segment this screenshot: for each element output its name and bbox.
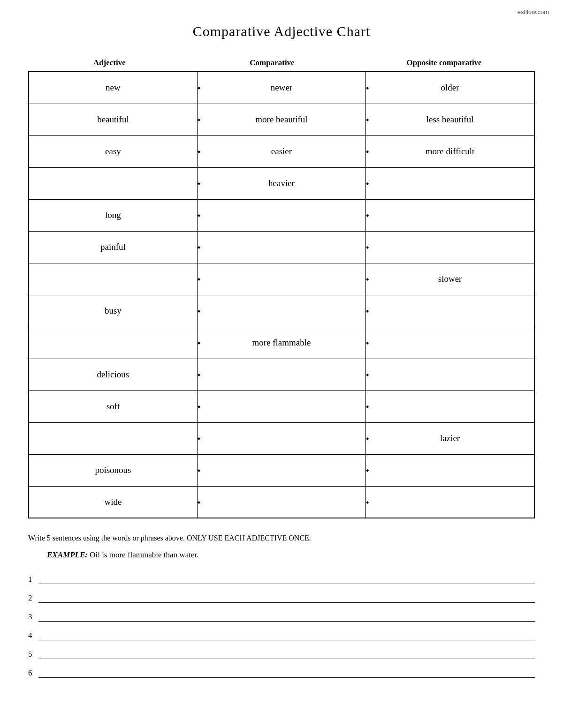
cell-opposite-0: older bbox=[366, 72, 534, 104]
example-text: Oil is more flammable than water. bbox=[90, 550, 198, 559]
instructions-text: Write 5 sentences using the words or phr… bbox=[28, 533, 535, 544]
cell-comparative-4 bbox=[197, 199, 365, 231]
col-header-adjective: Adjective bbox=[44, 58, 175, 68]
line-number: 2 bbox=[28, 593, 38, 603]
writing-line-row: 1 bbox=[28, 574, 535, 584]
table-row: slower bbox=[29, 263, 534, 295]
cell-comparative-2: easier bbox=[197, 135, 365, 167]
table-row: newnewerolder bbox=[29, 72, 534, 104]
line-number: 1 bbox=[28, 575, 38, 584]
table-row: soft bbox=[29, 390, 534, 422]
cell-opposite-7 bbox=[366, 295, 534, 327]
cell-opposite-2: more difficult bbox=[366, 135, 534, 167]
cell-comparative-11 bbox=[197, 422, 365, 454]
cell-comparative-1: more beautiful bbox=[197, 104, 365, 135]
writing-lines-section: 123456 bbox=[28, 574, 535, 678]
cell-adjective-11 bbox=[29, 422, 197, 454]
cell-adjective-6 bbox=[29, 263, 197, 295]
example-line: EXAMPLE: Oil is more flammable than wate… bbox=[28, 550, 535, 560]
line-number: 3 bbox=[28, 612, 38, 622]
table-row: more flammable bbox=[29, 327, 534, 359]
table-row: easyeasiermore difficult bbox=[29, 135, 534, 167]
cell-opposite-4 bbox=[366, 199, 534, 231]
cell-adjective-13: wide bbox=[29, 486, 197, 518]
writing-underline[interactable] bbox=[38, 593, 535, 603]
cell-adjective-9: delicious bbox=[29, 359, 197, 390]
watermark-label: eslflow.com bbox=[517, 8, 549, 15]
cell-adjective-5: painful bbox=[29, 231, 197, 263]
col-header-comparative: Comparative bbox=[197, 58, 347, 68]
table-row: long bbox=[29, 199, 534, 231]
cell-opposite-8 bbox=[366, 327, 534, 359]
cell-comparative-12 bbox=[197, 454, 365, 486]
cell-opposite-9 bbox=[366, 359, 534, 390]
column-headers: Adjective Comparative Opposite comparati… bbox=[28, 58, 535, 68]
cell-adjective-10: soft bbox=[29, 390, 197, 422]
cell-comparative-8: more flammable bbox=[197, 327, 365, 359]
table-row: painful bbox=[29, 231, 534, 263]
writing-line-row: 2 bbox=[28, 593, 535, 603]
col-header-opposite: Opposite comparative bbox=[369, 58, 519, 68]
cell-opposite-3 bbox=[366, 167, 534, 199]
writing-line-row: 4 bbox=[28, 630, 535, 640]
cell-adjective-4: long bbox=[29, 199, 197, 231]
line-number: 6 bbox=[28, 668, 38, 678]
writing-underline[interactable] bbox=[38, 630, 535, 640]
cell-comparative-7 bbox=[197, 295, 365, 327]
example-label: EXAMPLE: bbox=[47, 550, 88, 559]
cell-opposite-1: less beautiful bbox=[366, 104, 534, 135]
cell-adjective-3 bbox=[29, 167, 197, 199]
line-number: 5 bbox=[28, 650, 38, 659]
cell-opposite-10 bbox=[366, 390, 534, 422]
cell-opposite-13 bbox=[366, 486, 534, 518]
cell-comparative-9 bbox=[197, 359, 365, 390]
table-row: wide bbox=[29, 486, 534, 518]
table-row: heavier bbox=[29, 167, 534, 199]
writing-line-row: 5 bbox=[28, 649, 535, 659]
writing-underline[interactable] bbox=[38, 611, 535, 622]
adjective-chart-table: newnewerolderbeautifulmore beautifulless… bbox=[28, 71, 535, 518]
cell-adjective-1: beautiful bbox=[29, 104, 197, 135]
cell-comparative-3: heavier bbox=[197, 167, 365, 199]
cell-adjective-12: poisonous bbox=[29, 454, 197, 486]
page-title: Comparative Adjective Chart bbox=[28, 23, 535, 39]
table-row: lazier bbox=[29, 422, 534, 454]
cell-adjective-2: easy bbox=[29, 135, 197, 167]
line-number: 4 bbox=[28, 631, 38, 640]
cell-opposite-11: lazier bbox=[366, 422, 534, 454]
writing-underline[interactable] bbox=[38, 668, 535, 678]
cell-adjective-7: busy bbox=[29, 295, 197, 327]
cell-adjective-8 bbox=[29, 327, 197, 359]
writing-underline[interactable] bbox=[38, 574, 535, 584]
cell-comparative-5 bbox=[197, 231, 365, 263]
cell-opposite-6: slower bbox=[366, 263, 534, 295]
table-row: delicious bbox=[29, 359, 534, 390]
writing-underline[interactable] bbox=[38, 649, 535, 659]
table-row: beautifulmore beautifulless beautiful bbox=[29, 104, 534, 135]
cell-comparative-13 bbox=[197, 486, 365, 518]
writing-line-row: 6 bbox=[28, 668, 535, 678]
cell-comparative-0: newer bbox=[197, 72, 365, 104]
table-row: busy bbox=[29, 295, 534, 327]
cell-opposite-12 bbox=[366, 454, 534, 486]
table-row: poisonous bbox=[29, 454, 534, 486]
cell-opposite-5 bbox=[366, 231, 534, 263]
writing-line-row: 3 bbox=[28, 611, 535, 622]
cell-comparative-10 bbox=[197, 390, 365, 422]
cell-comparative-6 bbox=[197, 263, 365, 295]
cell-adjective-0: new bbox=[29, 72, 197, 104]
